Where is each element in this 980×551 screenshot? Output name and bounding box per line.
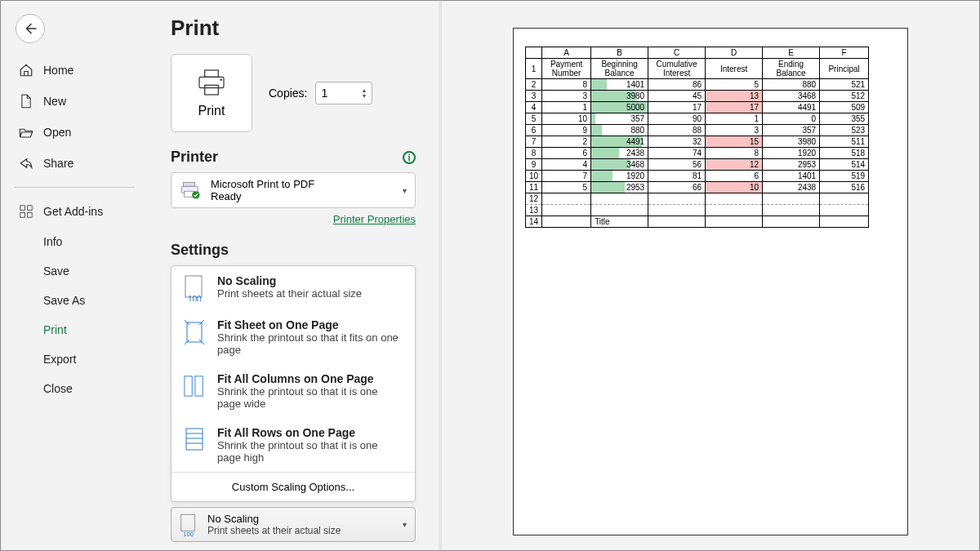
opt-title: Fit All Columns on One Page (217, 372, 403, 385)
page-100-icon: 100 (183, 274, 206, 302)
print-button-label: Print (198, 104, 225, 118)
home-icon (19, 63, 33, 78)
nav-label: Print (43, 323, 67, 336)
chevron-up-icon[interactable]: ▲ (362, 87, 368, 93)
nav-saveas[interactable]: Save As (1, 286, 148, 315)
chevron-down-icon[interactable]: ▼ (362, 93, 368, 99)
svg-text:100: 100 (183, 530, 194, 535)
svg-text:100: 100 (188, 295, 202, 301)
nav-print[interactable]: Print (1, 315, 148, 344)
svg-rect-21 (181, 514, 195, 531)
fit-sheet-icon (183, 318, 206, 346)
print-preview-pane: ABCDEF1Payment NumberBeginning BalanceCu… (442, 1, 979, 550)
back-button[interactable] (16, 14, 45, 43)
nav-label: Share (43, 157, 74, 170)
opt-title: Fit All Rows on One Page (217, 426, 403, 439)
svg-rect-15 (185, 376, 192, 396)
svg-rect-5 (199, 77, 224, 87)
opt-sub: Print sheets at their actual size (217, 287, 362, 300)
nav-label: Home (43, 64, 74, 77)
settings-heading: Settings (171, 242, 229, 259)
printer-selector[interactable]: Microsoft Print to PDF Ready ▾ (171, 172, 416, 208)
scaling-options-popup: 100 No ScalingPrint sheets at their actu… (171, 265, 416, 502)
opt-sub: Shrink the printout so that it is one pa… (217, 385, 403, 410)
fit-rows-icon (183, 426, 206, 454)
copies-label: Copies: (269, 87, 307, 100)
page-100-icon: 100 (180, 513, 198, 536)
nav-label: Get Add-ins (43, 205, 103, 218)
preview-spreadsheet: ABCDEF1Payment NumberBeginning BalanceCu… (525, 47, 869, 228)
addins-icon (19, 204, 33, 219)
nav-label: Info (43, 235, 62, 248)
svg-rect-14 (187, 322, 202, 342)
opt-title: No Scaling (217, 274, 362, 287)
copies-spinner[interactable]: ▲▼ (362, 87, 368, 99)
nav-label: Save As (43, 294, 85, 307)
printer-icon (195, 68, 228, 97)
opt-fit-sheet[interactable]: Fit Sheet on One PageShrink the printout… (172, 310, 415, 364)
fit-columns-icon (183, 372, 206, 400)
opt-sub: Shrink the printout so that it fits on o… (217, 331, 403, 356)
opt-fit-columns[interactable]: Fit All Columns on One PageShrink the pr… (172, 364, 415, 418)
nav-label: Export (43, 353, 76, 366)
preview-page: ABCDEF1Payment NumberBeginning BalanceCu… (514, 29, 907, 535)
print-backstage: Home New Open Share Get Add-ins Info Sav… (1, 1, 979, 550)
share-icon (19, 156, 33, 171)
printer-ready-icon (180, 180, 203, 200)
nav-label: Open (43, 126, 71, 139)
opt-fit-rows[interactable]: Fit All Rows on One PageShrink the print… (172, 418, 415, 472)
printer-heading-row: Printer i (171, 149, 416, 166)
printer-name: Microsoft Print to PDF (211, 178, 314, 190)
scaling-selector[interactable]: 100 No ScalingPrint sheets at their actu… (171, 507, 416, 542)
svg-rect-16 (195, 376, 203, 396)
nav-save[interactable]: Save (1, 256, 148, 286)
opt-title: Fit Sheet on One Page (217, 318, 403, 331)
nav-export[interactable]: Export (1, 344, 148, 374)
chevron-down-icon: ▾ (403, 186, 407, 195)
svg-rect-17 (186, 429, 203, 450)
copies-value: 1 (321, 87, 327, 100)
printer-status: Ready (211, 190, 314, 202)
copies-input[interactable]: 1 ▲▼ (315, 82, 372, 104)
opt-no-scaling[interactable]: 100 No ScalingPrint sheets at their actu… (172, 266, 415, 310)
nav-label: Close (43, 382, 73, 395)
svg-rect-8 (184, 183, 195, 187)
nav-share[interactable]: Share (1, 148, 148, 179)
page-title: Print (171, 16, 416, 41)
collapsed-title: No Scaling (207, 513, 341, 525)
svg-rect-3 (28, 213, 33, 218)
nav-label: Save (43, 264, 69, 278)
collapsed-sub: Print sheets at their actual size (207, 525, 341, 536)
chevron-down-icon: ▾ (403, 520, 407, 529)
svg-rect-0 (20, 206, 25, 211)
svg-rect-6 (205, 85, 219, 95)
nav-new[interactable]: New (1, 86, 148, 117)
nav-close[interactable]: Close (1, 374, 148, 403)
nav-info[interactable]: Info (1, 227, 148, 256)
opt-sub: Shrink the printout so that it is one pa… (217, 439, 403, 464)
print-settings-panel: Print Print Copies: 1 ▲▼ Printer i Micro… (148, 1, 442, 550)
nav-open[interactable]: Open (1, 117, 148, 148)
svg-point-11 (192, 191, 199, 198)
nav-separator (14, 187, 135, 188)
custom-scaling-options[interactable]: Custom Scaling Options... (172, 472, 415, 501)
folder-open-icon (19, 125, 33, 140)
printer-heading: Printer (171, 149, 218, 166)
svg-point-7 (220, 78, 222, 81)
backstage-sidebar: Home New Open Share Get Add-ins Info Sav… (1, 1, 148, 550)
svg-rect-2 (20, 213, 25, 218)
nav-label: New (43, 95, 66, 108)
nav-home[interactable]: Home (1, 55, 148, 86)
file-icon (19, 94, 33, 109)
svg-rect-4 (205, 70, 219, 77)
printer-properties-link[interactable]: Printer Properties (171, 213, 416, 225)
info-icon[interactable]: i (403, 151, 416, 164)
copies-control: Copies: 1 ▲▼ (269, 82, 372, 104)
arrow-left-icon (23, 21, 38, 36)
print-button[interactable]: Print (171, 54, 252, 132)
svg-rect-1 (28, 206, 33, 211)
nav-addins[interactable]: Get Add-ins (1, 196, 148, 227)
